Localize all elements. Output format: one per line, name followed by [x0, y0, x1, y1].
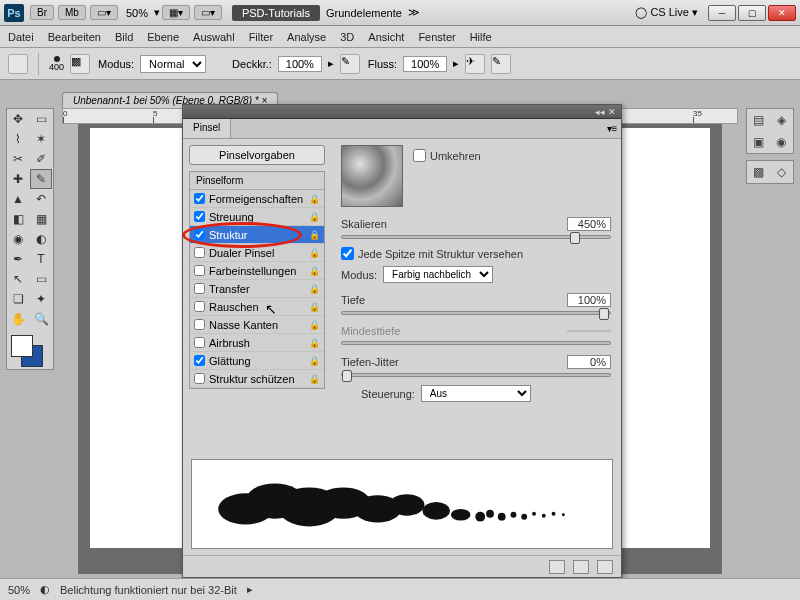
lock-icon[interactable]: 🔒	[309, 320, 320, 330]
menu-analyse[interactable]: Analyse	[287, 31, 326, 43]
lasso-tool[interactable]: ⌇	[7, 129, 29, 149]
path-tool[interactable]: ↖	[7, 269, 29, 289]
brush-prop-checkbox[interactable]	[194, 301, 205, 312]
wand-tool[interactable]: ✶	[30, 129, 52, 149]
brush-prop-checkbox[interactable]	[194, 229, 205, 240]
fluss-value[interactable]: 100%	[403, 56, 447, 72]
stamp-tool[interactable]: ▲	[7, 189, 29, 209]
cslive-button[interactable]: ◯ CS Live ▾	[635, 6, 698, 19]
brush-preview[interactable]: 400	[49, 56, 64, 72]
brush-prop-airbrush[interactable]: Airbrush🔒	[190, 334, 324, 352]
panel-close-icon[interactable]: ✕	[607, 107, 617, 117]
steuerung-select[interactable]: Aus	[421, 385, 531, 402]
history-icon[interactable]: ▤	[747, 109, 769, 131]
brush-prop-checkbox[interactable]	[194, 337, 205, 348]
lock-icon[interactable]: 🔒	[309, 374, 320, 384]
skalieren-value[interactable]: 450%	[567, 217, 611, 231]
dodge-tool[interactable]: ◐	[30, 229, 52, 249]
menu-bearbeiten[interactable]: Bearbeiten	[48, 31, 101, 43]
tablet-size-icon[interactable]: ✎	[491, 54, 511, 74]
actions-icon[interactable]: ▣	[747, 131, 769, 153]
brush-prop-farbeinstellungen[interactable]: Farbeinstellungen🔒	[190, 262, 324, 280]
lock-icon[interactable]: 🔒	[309, 302, 320, 312]
lock-icon[interactable]: 🔒	[309, 212, 320, 222]
modus-select[interactable]: Normal	[140, 55, 206, 73]
lock-icon[interactable]: 🔒	[309, 230, 320, 240]
zoom-level[interactable]: 50%	[126, 7, 148, 19]
type-tool[interactable]: T	[30, 249, 52, 269]
tool-preset-icon[interactable]	[8, 54, 28, 74]
menu-fenster[interactable]: Fenster	[418, 31, 455, 43]
tablet-opacity-icon[interactable]: ✎	[340, 54, 360, 74]
menu-datei[interactable]: Datei	[8, 31, 34, 43]
brush-prop-nasse-kanten[interactable]: Nasse Kanten🔒	[190, 316, 324, 334]
new-preset-icon[interactable]	[573, 560, 589, 574]
status-arrow-icon[interactable]: ▸	[247, 583, 253, 596]
menu-3d[interactable]: 3D	[340, 31, 354, 43]
panel-titlebar[interactable]: ◂◂ ✕	[183, 105, 621, 119]
brush-prop-checkbox[interactable]	[194, 319, 205, 330]
gradient-tool[interactable]: ▦	[30, 209, 52, 229]
brush-prop-checkbox[interactable]	[194, 373, 205, 384]
close-button[interactable]: ✕	[768, 5, 796, 21]
zoom-tool[interactable]: 🔍	[30, 309, 52, 329]
brush-prop-transfer[interactable]: Transfer🔒	[190, 280, 324, 298]
adjust-icon[interactable]: ▩	[747, 161, 769, 183]
menu-ebene[interactable]: Ebene	[147, 31, 179, 43]
lock-icon[interactable]: 🔒	[309, 248, 320, 258]
move-tool[interactable]: ✥	[7, 109, 29, 129]
skalieren-slider[interactable]	[341, 235, 611, 239]
marquee-tool[interactable]: ▭	[30, 109, 52, 129]
collapse-icon[interactable]: ◂◂	[595, 107, 605, 117]
panel-menu-icon[interactable]: ▾≡	[603, 119, 621, 138]
menu-hilfe[interactable]: Hilfe	[470, 31, 492, 43]
brush-prop-rauschen[interactable]: Rauschen🔒	[190, 298, 324, 316]
minibridge-button[interactable]: Mb	[58, 5, 86, 20]
umkehren-checkbox[interactable]	[413, 149, 426, 162]
trash-icon[interactable]	[597, 560, 613, 574]
menu-ansicht[interactable]: Ansicht	[368, 31, 404, 43]
screen-mode-button[interactable]: ▭▾	[194, 5, 222, 20]
brush-panel-toggle[interactable]: ▩	[70, 54, 90, 74]
deckkr-value[interactable]: 100%	[278, 56, 322, 72]
brush-prop-dualer-pinsel[interactable]: Dualer Pinsel🔒	[190, 244, 324, 262]
shape-tool[interactable]: ▭	[30, 269, 52, 289]
status-zoom[interactable]: 50%	[8, 584, 30, 596]
toggle-preview-icon[interactable]	[549, 560, 565, 574]
history-brush-tool[interactable]: ↶	[30, 189, 52, 209]
maximize-button[interactable]: ▢	[738, 5, 766, 21]
pen-tool[interactable]: ✒	[7, 249, 29, 269]
airbrush-icon[interactable]: ✈	[465, 54, 485, 74]
layout-button[interactable]: ▭▾	[90, 5, 118, 20]
eraser-tool[interactable]: ◧	[7, 209, 29, 229]
channels-icon[interactable]: ◉	[770, 131, 792, 153]
brush-prop-checkbox[interactable]	[194, 211, 205, 222]
menu-bild[interactable]: Bild	[115, 31, 133, 43]
layers-icon[interactable]: ◈	[770, 109, 792, 131]
jitter-value[interactable]: 0%	[567, 355, 611, 369]
minimize-button[interactable]: ─	[708, 5, 736, 21]
hand-tool[interactable]: ✋	[7, 309, 29, 329]
brush-prop-formeigenschaften[interactable]: Formeigenschaften🔒	[190, 190, 324, 208]
lock-icon[interactable]: 🔒	[309, 338, 320, 348]
menu-auswahl[interactable]: Auswahl	[193, 31, 235, 43]
blur-tool[interactable]: ◉	[7, 229, 29, 249]
3d-tool[interactable]: ❏	[7, 289, 29, 309]
paths-icon[interactable]: ◇	[770, 161, 792, 183]
jede-spitze-checkbox[interactable]	[341, 247, 354, 260]
brush-prop-struktur[interactable]: Struktur🔒	[190, 226, 324, 244]
tiefe-value[interactable]: 100%	[567, 293, 611, 307]
lock-icon[interactable]: 🔒	[309, 194, 320, 204]
crop-tool[interactable]: ✂	[7, 149, 29, 169]
color-swatch[interactable]	[7, 333, 53, 369]
lock-icon[interactable]: 🔒	[309, 266, 320, 276]
brush-presets-button[interactable]: Pinselvorgaben	[189, 145, 325, 165]
panel-tab-pinsel[interactable]: Pinsel	[183, 119, 231, 138]
lock-icon[interactable]: 🔒	[309, 356, 320, 366]
brush-tool[interactable]: ✎	[30, 169, 52, 189]
jitter-slider[interactable]	[341, 373, 611, 377]
bridge-button[interactable]: Br	[30, 5, 54, 20]
brush-prop-streuung[interactable]: Streuung🔒	[190, 208, 324, 226]
texture-preview[interactable]	[341, 145, 403, 207]
eyedropper-tool[interactable]: ✐	[30, 149, 52, 169]
